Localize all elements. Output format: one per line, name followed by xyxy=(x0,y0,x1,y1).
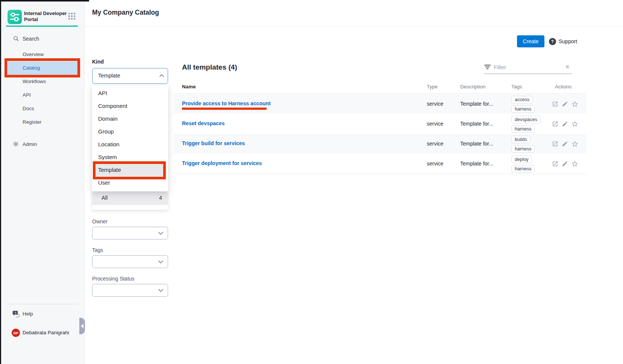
row-description: Template for... xyxy=(460,161,493,167)
kind-all-count: 4 xyxy=(159,195,162,201)
row-type: service xyxy=(427,161,443,167)
sidebar-collapse-handle[interactable] xyxy=(79,318,85,334)
table-filter-input[interactable]: Filter xyxy=(494,64,506,70)
edit-pencil-icon[interactable] xyxy=(562,161,568,167)
row-actions xyxy=(552,161,578,167)
row-type: service xyxy=(427,101,443,107)
sidebar-item-workflows[interactable]: Workflows xyxy=(0,75,85,88)
tag-chip: harness xyxy=(511,145,535,153)
row-tags: deployharness xyxy=(511,156,535,173)
page-title: My Company Catalog xyxy=(92,9,159,17)
sidebar-item-register[interactable]: Register xyxy=(0,115,85,129)
processing-status-select[interactable] xyxy=(92,284,168,297)
annotation-underline xyxy=(182,108,267,110)
sidebar-search[interactable]: Search xyxy=(0,35,85,44)
star-icon[interactable] xyxy=(571,161,578,167)
row-description: Template for... xyxy=(460,101,493,107)
kind-option-api[interactable]: API xyxy=(92,87,168,100)
help-button[interactable]: ? Help xyxy=(0,310,85,319)
kind-option-domain[interactable]: Domain xyxy=(92,112,168,125)
header-divider xyxy=(85,26,623,26)
window-edge-top xyxy=(0,0,89,2)
search-icon xyxy=(13,35,19,42)
svg-text:?: ? xyxy=(15,311,17,315)
row-type: service xyxy=(427,121,443,127)
row-tags: accessharness xyxy=(511,96,535,113)
admin-label: Admin xyxy=(23,141,37,147)
open-in-new-icon[interactable] xyxy=(552,101,558,107)
sidebar-item-catalog[interactable]: Catalog xyxy=(7,61,77,75)
kind-all-label: All xyxy=(102,195,108,201)
kind-option-group[interactable]: Group xyxy=(92,125,168,138)
sidebar: Internal Developer Portal Search Overvie… xyxy=(0,0,85,364)
open-in-new-icon[interactable] xyxy=(552,161,558,167)
edit-pencil-icon[interactable] xyxy=(562,141,568,147)
table-body: Provide access to Harness account servic… xyxy=(173,94,587,174)
tag-chip: harness xyxy=(511,165,535,173)
user-avatar[interactable]: DP xyxy=(12,329,20,337)
col-header-tags[interactable]: Tags xyxy=(511,84,522,89)
open-in-new-icon[interactable] xyxy=(552,141,558,147)
row-name-link[interactable]: Reset devspaces xyxy=(182,120,225,126)
app-title: Internal Developer Portal xyxy=(24,11,68,23)
col-header-description[interactable]: Description xyxy=(460,84,486,89)
owner-filter-label: Owner xyxy=(92,218,108,224)
sidebar-nav: OverviewCatalogWorkflowsAPIDocsRegister xyxy=(0,48,85,129)
idp-logo-icon xyxy=(8,10,22,24)
sidebar-item-admin[interactable]: Admin xyxy=(0,140,85,150)
row-name-link[interactable]: Provide access to Harness account xyxy=(182,100,271,106)
tag-chip: access xyxy=(511,96,533,103)
chevron-down-icon xyxy=(158,260,163,264)
kind-dropdown: APIComponentDomainGroupLocationSystemTem… xyxy=(92,85,168,191)
kind-summary-card: All 4 xyxy=(92,191,168,210)
window-edge-left xyxy=(0,0,1,364)
star-icon[interactable] xyxy=(571,141,578,147)
star-icon[interactable] xyxy=(571,121,578,127)
support-question-icon[interactable]: ? xyxy=(549,38,556,45)
row-name-link[interactable]: Trigger deployment for services xyxy=(182,160,262,166)
user-name: Debabrata Panigrahi xyxy=(23,330,69,335)
apps-grid-icon[interactable] xyxy=(68,13,75,20)
search-label: Search xyxy=(23,36,39,42)
owner-select[interactable] xyxy=(92,227,168,240)
sidebar-item-api[interactable]: API xyxy=(0,88,85,102)
processing-status-filter-label: Processing Status xyxy=(92,276,135,282)
sidebar-item-overview[interactable]: Overview xyxy=(0,48,85,61)
kind-option-user[interactable]: User xyxy=(92,176,168,189)
row-actions xyxy=(552,121,578,127)
table-row: Reset devspaces service Template for... … xyxy=(173,114,587,134)
kind-option-component[interactable]: Component xyxy=(92,100,168,112)
filter-input-underline xyxy=(484,73,572,74)
brand-divider xyxy=(6,26,78,27)
col-header-type[interactable]: Type xyxy=(427,84,438,89)
tag-chip: harness xyxy=(511,105,535,113)
chevron-down-icon xyxy=(158,232,163,235)
table-row: Provide access to Harness account servic… xyxy=(173,94,587,114)
sidebar-item-docs[interactable]: Docs xyxy=(0,102,85,115)
kind-option-template[interactable]: Template xyxy=(95,164,165,176)
kind-all-row[interactable]: All 4 xyxy=(92,191,168,205)
kind-option-location[interactable]: Location xyxy=(92,138,168,151)
row-type: service xyxy=(427,141,443,147)
tag-chip: builds xyxy=(511,136,531,143)
row-actions xyxy=(552,101,578,108)
clear-filter-icon[interactable]: ✕ xyxy=(565,64,570,70)
star-icon[interactable] xyxy=(571,101,578,108)
kind-select[interactable]: Template xyxy=(92,68,168,84)
row-description: Template for... xyxy=(460,121,493,127)
row-description: Template for... xyxy=(460,141,493,147)
open-in-new-icon[interactable] xyxy=(552,121,558,127)
kind-option-system[interactable]: System xyxy=(92,151,168,164)
filter-lines-icon xyxy=(484,64,491,70)
col-header-actions[interactable]: Actions xyxy=(555,84,571,89)
col-header-name[interactable]: Name xyxy=(182,84,196,89)
edit-pencil-icon[interactable] xyxy=(562,101,568,107)
collapse-arrow-icon xyxy=(81,324,83,328)
edit-pencil-icon[interactable] xyxy=(562,121,568,127)
kind-select-value: Template xyxy=(98,73,120,79)
gear-icon xyxy=(13,141,19,147)
create-button[interactable]: Create xyxy=(517,35,544,47)
support-label[interactable]: Support xyxy=(559,38,577,44)
tags-select[interactable] xyxy=(92,255,168,268)
row-name-link[interactable]: Trigger build for services xyxy=(182,140,245,146)
